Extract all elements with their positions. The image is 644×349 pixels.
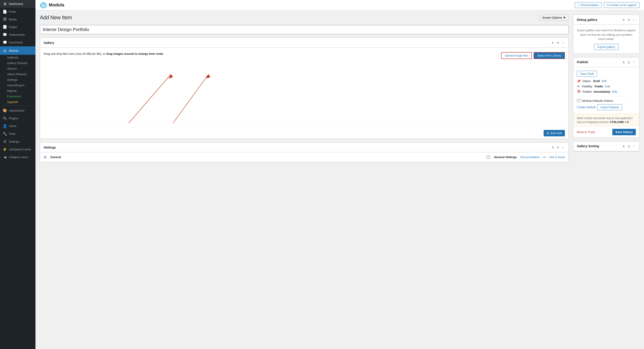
debug-panel-collapse-down[interactable]: ∨ (627, 17, 631, 22)
sidebar-item-dashboard[interactable]: ⊞ Dashboard (0, 0, 36, 8)
gallery-panel-collapse-down[interactable]: ∨ (556, 40, 560, 45)
page-right: Debug gallery ∧ ∨ − Export gallery and s… (573, 15, 640, 344)
publish-panel-collapse-up[interactable]: ∧ (622, 60, 626, 65)
status-edit-link[interactable]: Edit (602, 79, 606, 83)
page-area: Add New Item Screen Options ▼ Gallery ∧ … (36, 10, 644, 349)
chevron-down-icon: ▼ (563, 16, 566, 19)
save-draft-button[interactable]: Save Draft (577, 71, 597, 77)
move-to-trash-button[interactable]: Move to Trash (577, 130, 595, 134)
settings-row-links: Documentation - or - Get in touch (520, 155, 565, 159)
debug-panel-title: Debug gallery (577, 18, 598, 22)
comments-icon: 💭 (3, 40, 7, 45)
visibility-icon: 👁 (577, 85, 580, 88)
export-gallery-button[interactable]: Export gallery (594, 44, 618, 50)
sidebar-item-collapse[interactable]: ◀ Collapse menu (0, 153, 36, 161)
sidebar-item-label: Settings (9, 140, 19, 143)
pages-icon: 📃 (3, 25, 7, 29)
sidebar-sub-migrate[interactable]: Migrate (0, 88, 36, 94)
visibility-edit-link[interactable]: Edit (605, 85, 610, 88)
documentation-button[interactable]: ↗ Documentation (575, 2, 602, 8)
modula-logo-icon (40, 2, 47, 9)
plugins-icon: 🔌 (3, 116, 7, 120)
sidebar-item-label: Appearance (9, 109, 24, 112)
gallery-sorting-collapse-up[interactable]: ∧ (622, 144, 626, 149)
contact-support-button[interactable]: ✉ Contact us for support! (604, 2, 640, 8)
sidebar-sub-gallery-defaults[interactable]: Gallery Defaults (0, 60, 36, 66)
status-row: 📌 Status: Draft Edit (577, 79, 636, 83)
sidebar-sub-extensions[interactable]: Extensions (0, 94, 36, 99)
settings-panel-collapse-down[interactable]: ∨ (556, 145, 560, 150)
visibility-label: Visibility: (582, 85, 593, 88)
sidebar-sub-galleries[interactable]: Galleries (0, 55, 36, 60)
debug-panel: Debug gallery ∧ ∨ − Export gallery and s… (573, 15, 640, 54)
debug-panel-collapse-up[interactable]: ∧ (622, 17, 626, 22)
gallery-drop-text: Drag and drop files here (max 64 MB per … (44, 52, 498, 56)
save-gallery-button[interactable]: Save Gallery (612, 129, 636, 135)
get-in-touch-link[interactable]: Get in touch (549, 155, 565, 159)
sidebar-item-plugins[interactable]: 🔌 Plugins (0, 114, 36, 122)
publish-panel-header: Publish ∧ ∨ − (573, 58, 639, 67)
brand-name: Modula (49, 3, 64, 8)
main-content: Modula ↗ Documentation ✉ Contact us for … (36, 0, 644, 349)
gallery-sorting-toggle[interactable]: − (632, 144, 636, 149)
sidebar-sub-import-export[interactable]: Import/Export (0, 83, 36, 88)
gallery-panel-toggle[interactable]: − (561, 40, 565, 45)
publish-panel-collapse-down[interactable]: ∨ (627, 60, 631, 65)
modula-defaults-buttons: Create Default Import Default (577, 104, 636, 110)
settings-documentation-link[interactable]: Documentation (520, 155, 540, 159)
publish-edit-link[interactable]: Edit (612, 90, 617, 93)
sidebar-item-label: Pages (9, 25, 17, 29)
gallery-panel: Gallery ∧ ∨ − Drag and drop files here (… (40, 38, 569, 139)
gallery-sorting-collapse-down[interactable]: ∨ (627, 144, 631, 149)
debug-panel-toggle[interactable]: − (632, 17, 636, 22)
gallery-title-input[interactable] (40, 25, 569, 34)
sidebar-item-testimonials[interactable]: 💬 Testimonials (0, 31, 36, 39)
bulk-edit-row: ⊞ Bulk Edit (40, 128, 568, 139)
bulk-edit-icon: ⊞ (547, 132, 549, 135)
settings-panel-title: Settings (44, 146, 56, 149)
settings-panel: Settings ∧ ∨ − ⚙ General ? General Setti… (40, 142, 569, 162)
calendar-icon: 📅 (577, 90, 580, 94)
publish-panel-toggle[interactable]: − (632, 60, 636, 65)
publish-footer: Move to Trash Save Gallery (573, 126, 639, 137)
sidebar-item-settings[interactable]: ⚙ Settings (0, 138, 36, 145)
sidebar-item-label: Plugins (9, 117, 18, 120)
sidebar-sub-album-defaults[interactable]: Album Defaults (0, 71, 36, 77)
sidebar-item-comments[interactable]: 💭 Comments (0, 39, 36, 46)
sidebar-sub-settings[interactable]: Settings (0, 77, 36, 83)
media-icon: 🖼 (3, 17, 7, 21)
page-title: Add New Item (40, 15, 72, 21)
svg-marker-6 (206, 74, 210, 78)
sidebar-item-media[interactable]: 🖼 Media (0, 16, 36, 23)
top-bar-actions: ↗ Documentation ✉ Contact us for support… (575, 2, 640, 8)
sidebar-item-litespeed[interactable]: ⚡ LiteSpeed Cache (0, 145, 36, 153)
debug-description: Export gallery and send it to Modula's s… (577, 28, 636, 41)
select-from-library-button[interactable]: Select from Library (534, 52, 565, 59)
settings-panel-body: ⚙ General ? General Settings Documentati… (40, 152, 568, 162)
import-default-button[interactable]: Import Default (597, 104, 622, 110)
annotation-arrows (84, 61, 240, 128)
status-value: Draft (593, 79, 600, 83)
svg-line-5 (173, 74, 208, 123)
sidebar-item-modula[interactable]: ◎ Modula ▶ (0, 46, 36, 55)
settings-panel-collapse-up[interactable]: ∧ (550, 145, 555, 150)
sidebar-item-tools[interactable]: 🔧 Tools (0, 130, 36, 138)
sidebar-sub-upgrade[interactable]: Upgrade (0, 99, 36, 105)
sidebar-sub-albums[interactable]: Albums (0, 66, 36, 71)
settings-panel-toggle[interactable]: − (561, 145, 565, 150)
gallery-panel-collapse-up[interactable]: ∧ (550, 40, 555, 45)
svg-marker-4 (169, 74, 173, 79)
sidebar: ⊞ Dashboard 📄 Posts 🖼 Media 📃 Pages 💬 Te… (0, 0, 36, 349)
sidebar-item-appearance[interactable]: 🎨 Appearance (0, 107, 36, 114)
screen-options-button[interactable]: Screen Options ▼ (540, 15, 569, 21)
publish-immediately: immediately (594, 90, 610, 93)
question-badge: ? (577, 99, 581, 102)
create-default-button[interactable]: Create Default (577, 104, 596, 110)
bulk-edit-button[interactable]: ⊞ Bulk Edit (544, 130, 565, 136)
sidebar-item-label: Tools (9, 132, 16, 136)
publish-time-row: 📅 Publish immediately Edit (577, 90, 636, 94)
sidebar-item-users[interactable]: 👤 Users (0, 122, 36, 130)
sidebar-item-posts[interactable]: 📄 Posts (0, 8, 36, 16)
upload-image-files-button[interactable]: Upload image files (501, 52, 532, 59)
sidebar-item-pages[interactable]: 📃 Pages (0, 23, 36, 31)
